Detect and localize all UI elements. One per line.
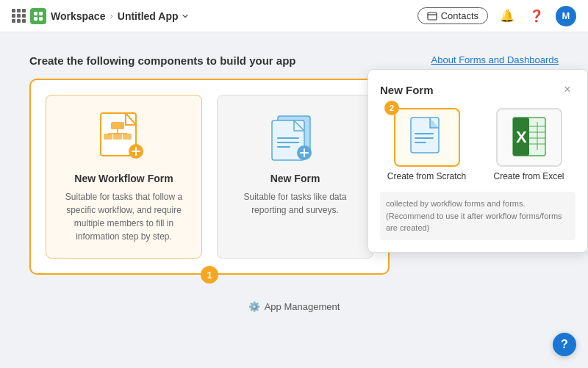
gear-icon: ⚙️ (248, 301, 260, 312)
svg-rect-4 (428, 12, 437, 20)
scratch-option-label: Create from Scratch (387, 171, 466, 181)
app-label[interactable]: Untitled App (118, 10, 190, 22)
workspace-label[interactable]: Workspace (51, 10, 105, 22)
new-form-card[interactable]: New Form Suitable for tasks like data re… (217, 95, 373, 259)
svg-rect-0 (34, 12, 37, 15)
header-right: Contacts 🔔 ❓ M (417, 6, 576, 26)
svg-text:X: X (516, 128, 527, 146)
cards-area: New Workflow Form Suitable for tasks tha… (29, 79, 390, 275)
breadcrumb-separator: › (110, 10, 112, 21)
workflow-card-title: New Workflow Form (74, 173, 173, 184)
panel-note: collected by workflow forms and forms. (… (380, 192, 576, 240)
svg-rect-3 (39, 17, 43, 21)
workspace-logo (30, 8, 46, 24)
svg-rect-2 (34, 17, 37, 21)
form-icon-wrap (266, 110, 325, 165)
svg-rect-1 (39, 12, 43, 15)
scratch-option-box (394, 108, 460, 167)
create-from-scratch-option[interactable]: Create from Scratch (380, 108, 473, 181)
form-card-desc: Suitable for tasks like data reporting a… (229, 190, 361, 217)
svg-rect-10 (113, 134, 122, 140)
svg-rect-9 (104, 134, 112, 140)
breadcrumb: Workspace › Untitled App (12, 8, 417, 24)
step-badge-2: 2 (384, 101, 399, 115)
app-management[interactable]: ⚙️ App Management (29, 301, 559, 312)
header: Workspace › Untitled App Contacts 🔔 ❓ M (0, 0, 588, 32)
new-form-panel: New Form × 2 Create fro (368, 69, 588, 253)
svg-rect-6 (111, 122, 124, 129)
bell-icon[interactable]: 🔔 (497, 6, 517, 26)
svg-rect-11 (123, 134, 132, 140)
grid-icon[interactable] (12, 9, 26, 23)
create-from-excel-option[interactable]: X Create from Excel (482, 108, 576, 181)
excel-option-label: Create from Excel (493, 171, 564, 181)
avatar[interactable]: M (556, 6, 576, 26)
step-badge-1: 1 (201, 266, 218, 284)
contacts-button[interactable]: Contacts (417, 7, 488, 24)
panel-title: New Form (380, 84, 434, 96)
workflow-icon-wrap (95, 110, 154, 165)
help-button[interactable]: ? (553, 333, 576, 356)
main-content: Create the following components to build… (0, 32, 588, 327)
close-button[interactable]: × (559, 82, 576, 98)
workflow-form-card[interactable]: New Workflow Form Suitable for tasks tha… (46, 95, 202, 259)
workflow-card-desc: Suitable for tasks that follow a specifi… (58, 190, 190, 243)
question-icon[interactable]: ❓ (526, 6, 547, 26)
svg-rect-23 (411, 118, 439, 153)
about-link[interactable]: About Forms and Dashboards (431, 54, 559, 65)
panel-header: New Form × (380, 82, 576, 98)
panel-options: 2 Create from Scratch (380, 108, 576, 181)
form-card-title: New Form (270, 173, 320, 184)
excel-option-box: X (496, 108, 562, 167)
